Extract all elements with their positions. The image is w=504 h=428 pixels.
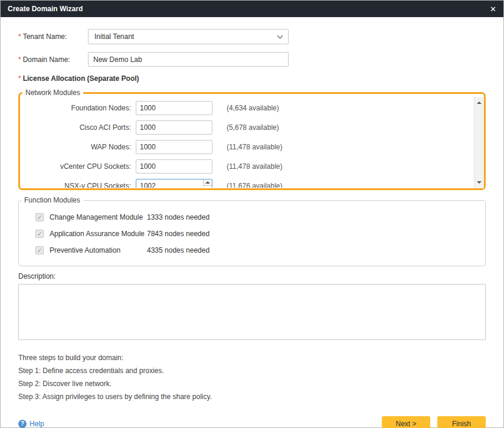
steps-intro: Three steps to build your domain: — [18, 351, 486, 364]
network-module-row: Cisco ACI Ports: (5,678 available) — [20, 117, 471, 137]
application-assurance-label: Application Assurance Module — [50, 230, 147, 238]
network-modules-legend: Network Modules — [22, 89, 83, 97]
vcenter-cpu-sockets-available: (11,478 available) — [227, 162, 283, 171]
network-module-row: WAP Nodes: (11,478 available) — [20, 137, 471, 156]
network-module-row: vCenter CPU Sockets: (11,478 available) — [20, 156, 471, 176]
required-mark: * — [18, 74, 21, 83]
application-assurance-needed: 7843 nodes needed — [147, 230, 210, 238]
license-allocation-label: *License Allocation (Separate Pool) — [18, 74, 486, 83]
function-modules-section: Function Modules ✓ Change Management Mod… — [18, 196, 486, 266]
dialog-footer: ? Help Next > Finish — [18, 416, 486, 428]
nsx-v-cpu-sockets-input[interactable] — [136, 179, 212, 188]
foundation-nodes-available: (4,634 available) — [227, 104, 279, 112]
function-modules-legend: Function Modules — [21, 196, 83, 204]
help-icon: ? — [18, 420, 27, 428]
chevron-down-icon — [277, 32, 283, 38]
foundation-nodes-input[interactable] — [136, 101, 212, 115]
tenant-name-row: *Tenant Name: Initial Tenant — [18, 29, 486, 44]
function-module-row: ✓ Change Management Module 1333 nodes ne… — [19, 209, 485, 226]
required-mark: * — [18, 55, 21, 64]
footer-buttons: Next > Finish — [382, 416, 486, 428]
description-label: Description: — [18, 272, 486, 280]
help-link[interactable]: ? Help — [18, 420, 44, 428]
preventive-automation-label: Preventive Automation — [50, 246, 147, 254]
nsx-v-cpu-sockets-available: (11,676 available) — [227, 182, 283, 188]
change-management-label: Change Management Module — [50, 213, 147, 221]
required-mark: * — [18, 32, 21, 41]
vcenter-cpu-sockets-input[interactable] — [136, 159, 212, 174]
dialog-titlebar: Create Domain Wizard ✕ — [1, 1, 503, 17]
wap-nodes-input[interactable] — [136, 140, 212, 154]
network-modules-scroll-area: Foundation Nodes: (4,634 available) Cisc… — [20, 98, 484, 188]
step-2-text: Step 2: Discover live network. — [18, 377, 486, 390]
network-module-row: NSX-v CPU Sockets: (11,676 available) — [20, 176, 471, 188]
change-management-checkbox[interactable]: ✓ — [35, 213, 44, 221]
domain-name-label: *Domain Name: — [18, 55, 88, 64]
function-module-row: ✓ Application Assurance Module 7843 node… — [19, 226, 485, 242]
foundation-nodes-label: Foundation Nodes: — [20, 104, 136, 112]
cisco-aci-ports-input[interactable] — [136, 120, 212, 135]
finish-button[interactable]: Finish — [437, 416, 486, 428]
nsx-v-cpu-sockets-field — [136, 179, 212, 188]
steps-text: Three steps to build your domain: Step 1… — [18, 351, 486, 403]
application-assurance-checkbox[interactable]: ✓ — [35, 230, 44, 238]
tenant-name-label: *Tenant Name: — [18, 32, 88, 41]
cisco-aci-ports-label: Cisco ACI Ports: — [20, 123, 136, 132]
wap-nodes-label: WAP Nodes: — [20, 143, 136, 151]
preventive-automation-checkbox[interactable]: ✓ — [35, 246, 44, 254]
spinner-up-icon[interactable] — [203, 179, 212, 186]
dialog-content: *Tenant Name: Initial Tenant *Domain Nam… — [1, 17, 503, 428]
network-module-row: Foundation Nodes: (4,634 available) — [20, 98, 471, 117]
scroll-down-icon[interactable] — [474, 178, 484, 187]
step-3-text: Step 3: Assign privileges to users by de… — [18, 390, 486, 403]
vcenter-cpu-sockets-label: vCenter CPU Sockets: — [20, 162, 136, 171]
cisco-aci-ports-available: (5,678 available) — [227, 123, 279, 132]
change-management-needed: 1333 nodes needed — [147, 213, 210, 221]
domain-name-input[interactable] — [88, 52, 289, 67]
scroll-up-icon[interactable] — [474, 98, 484, 107]
preventive-automation-needed: 4335 nodes needed — [147, 246, 210, 254]
step-1-text: Step 1: Define access credentials and pr… — [18, 364, 486, 377]
description-textarea[interactable] — [18, 284, 486, 340]
tenant-name-value: Initial Tenant — [94, 32, 134, 41]
help-label: Help — [30, 420, 44, 428]
network-modules-section: Network Modules Foundation Nodes: (4,634… — [18, 89, 486, 190]
nsx-v-cpu-sockets-label: NSX-v CPU Sockets: — [20, 182, 136, 188]
dialog-title: Create Domain Wizard — [8, 5, 83, 13]
tenant-name-select[interactable]: Initial Tenant — [88, 29, 289, 44]
function-module-row: ✓ Preventive Automation 4335 nodes neede… — [19, 242, 485, 259]
domain-name-row: *Domain Name: — [18, 52, 486, 67]
next-button[interactable]: Next > — [382, 416, 430, 428]
scrollbar[interactable] — [474, 97, 484, 188]
wap-nodes-available: (11,478 available) — [227, 143, 283, 151]
create-domain-wizard-dialog: Create Domain Wizard ✕ *Tenant Name: Ini… — [0, 0, 504, 428]
close-icon[interactable]: ✕ — [490, 5, 496, 13]
